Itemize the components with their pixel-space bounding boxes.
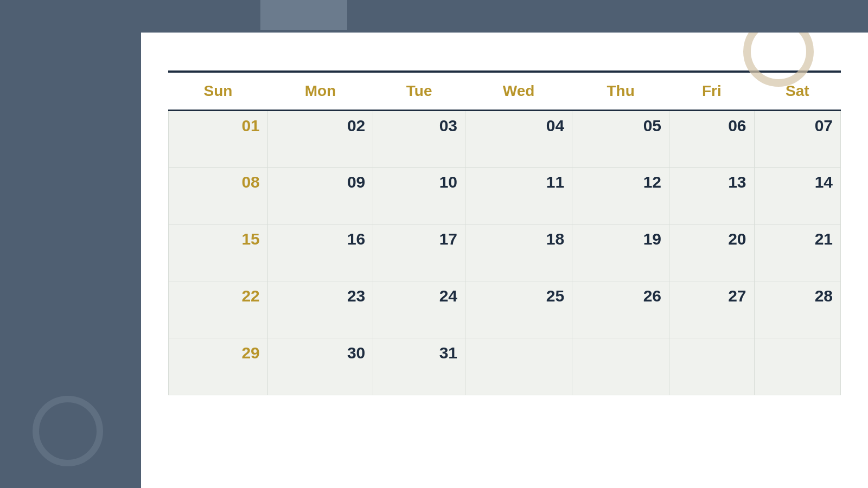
day-number: 12 bbox=[580, 173, 661, 191]
day-number: 07 bbox=[762, 117, 833, 135]
header-fri: Fri bbox=[669, 73, 754, 111]
calendar-cell bbox=[465, 338, 572, 395]
calendar-cell: 25 bbox=[465, 281, 572, 338]
day-number: 23 bbox=[276, 287, 365, 305]
day-number: 28 bbox=[762, 287, 833, 305]
calendar-cell: 07 bbox=[754, 111, 841, 168]
header-mon: Mon bbox=[267, 73, 373, 111]
calendar-week-row: 15161718192021 bbox=[169, 224, 841, 281]
day-number: 04 bbox=[473, 117, 564, 135]
calendar-cell: 06 bbox=[669, 111, 754, 168]
day-number: 29 bbox=[176, 344, 260, 362]
day-headers-row: Sun Mon Tue Wed Thu Fri Sat bbox=[169, 73, 841, 111]
day-number: 19 bbox=[580, 230, 661, 248]
day-number: 02 bbox=[276, 117, 365, 135]
calendar-cell: 16 bbox=[267, 224, 373, 281]
day-number: 01 bbox=[176, 117, 260, 135]
bg-tab-decoration bbox=[260, 0, 347, 30]
calendar-cell: 10 bbox=[373, 168, 465, 224]
calendar-cell: 14 bbox=[754, 168, 841, 224]
calendar-cell: 29 bbox=[169, 338, 268, 395]
calendar-cell bbox=[754, 338, 841, 395]
calendar-week-row: 293031 bbox=[169, 338, 841, 395]
calendar-cell: 30 bbox=[267, 338, 373, 395]
calendar-cell: 01 bbox=[169, 111, 268, 168]
decorative-circle-left bbox=[33, 396, 103, 466]
calendar-cell: 09 bbox=[267, 168, 373, 224]
calendar-cell: 19 bbox=[572, 224, 669, 281]
calendar-cell: 04 bbox=[465, 111, 572, 168]
calendar-area: Sun Mon Tue Wed Thu Fri Sat 010203040506… bbox=[141, 33, 868, 488]
header-wed: Wed bbox=[465, 73, 572, 111]
calendar-cell: 08 bbox=[169, 168, 268, 224]
calendar-cell: 21 bbox=[754, 224, 841, 281]
calendar-cell: 18 bbox=[465, 224, 572, 281]
calendar-week-row: 22232425262728 bbox=[169, 281, 841, 338]
calendar-cell: 22 bbox=[169, 281, 268, 338]
calendar-week-row: 01020304050607 bbox=[169, 111, 841, 168]
calendar-cell: 15 bbox=[169, 224, 268, 281]
day-number: 21 bbox=[762, 230, 833, 248]
day-number: 08 bbox=[176, 173, 260, 191]
calendar-grid: Sun Mon Tue Wed Thu Fri Sat 010203040506… bbox=[168, 73, 841, 395]
calendar-cell: 02 bbox=[267, 111, 373, 168]
page-wrapper: Sun Mon Tue Wed Thu Fri Sat 010203040506… bbox=[0, 0, 868, 488]
day-number: 13 bbox=[677, 173, 746, 191]
day-number: 30 bbox=[276, 344, 365, 362]
calendar-cell: 13 bbox=[669, 168, 754, 224]
day-number: 27 bbox=[677, 287, 746, 305]
calendar-cell: 27 bbox=[669, 281, 754, 338]
day-number: 09 bbox=[276, 173, 365, 191]
day-number: 31 bbox=[381, 344, 457, 362]
calendar-week-row: 08091011121314 bbox=[169, 168, 841, 224]
calendar-cell: 17 bbox=[373, 224, 465, 281]
calendar-cell: 28 bbox=[754, 281, 841, 338]
header-sun: Sun bbox=[169, 73, 268, 111]
day-number: 14 bbox=[762, 173, 833, 191]
day-number: 22 bbox=[176, 287, 260, 305]
calendar-cell bbox=[669, 338, 754, 395]
calendar-cell: 26 bbox=[572, 281, 669, 338]
calendar-cell: 20 bbox=[669, 224, 754, 281]
day-number: 25 bbox=[473, 287, 564, 305]
day-number: 18 bbox=[473, 230, 564, 248]
day-number: 15 bbox=[176, 230, 260, 248]
day-number: 05 bbox=[580, 117, 661, 135]
calendar-cell: 23 bbox=[267, 281, 373, 338]
calendar-cell: 03 bbox=[373, 111, 465, 168]
calendar-cell: 11 bbox=[465, 168, 572, 224]
calendar-cell bbox=[572, 338, 669, 395]
day-number: 26 bbox=[580, 287, 661, 305]
calendar-cell: 24 bbox=[373, 281, 465, 338]
day-number: 03 bbox=[381, 117, 457, 135]
header-thu: Thu bbox=[572, 73, 669, 111]
calendar-cell: 05 bbox=[572, 111, 669, 168]
day-number: 20 bbox=[677, 230, 746, 248]
day-number: 24 bbox=[381, 287, 457, 305]
day-number: 16 bbox=[276, 230, 365, 248]
day-number: 11 bbox=[473, 173, 564, 191]
sidebar bbox=[0, 0, 141, 488]
day-number: 10 bbox=[381, 173, 457, 191]
calendar-cell: 12 bbox=[572, 168, 669, 224]
calendar-cell: 31 bbox=[373, 338, 465, 395]
day-number: 17 bbox=[381, 230, 457, 248]
day-number: 06 bbox=[677, 117, 746, 135]
header-tue: Tue bbox=[373, 73, 465, 111]
